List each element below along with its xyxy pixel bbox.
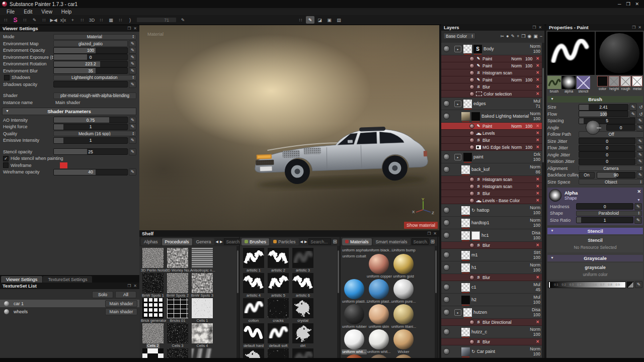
shelf-item[interactable]: cracks bbox=[266, 298, 290, 323]
close-button[interactable]: ✕ bbox=[635, 2, 639, 7]
layer-blend-mode[interactable]: Drk bbox=[533, 152, 540, 157]
squares-thumb[interactable] bbox=[142, 298, 164, 318]
dock-handle-icon[interactable]: ∷ bbox=[40, 16, 48, 24]
shelf-thumb[interactable] bbox=[243, 323, 264, 343]
layer-blend-mode[interactable]: Strt bbox=[533, 250, 540, 255]
effect-visibility-icon[interactable] bbox=[469, 177, 474, 182]
tab-alphas[interactable]: Alphas bbox=[141, 238, 161, 245]
material-sphere-thumb[interactable] bbox=[393, 279, 414, 299]
brush-stroke-preview[interactable] bbox=[547, 32, 595, 75]
effect-visibility-icon[interactable] bbox=[469, 77, 474, 82]
shelf-thumb[interactable] bbox=[192, 323, 213, 343]
remove-effect-icon[interactable]: ✕ bbox=[534, 320, 541, 324]
remove-effect-icon[interactable]: ✕ bbox=[534, 145, 541, 149]
edit-pencil-icon[interactable]: ✎ bbox=[129, 123, 136, 130]
layer-thumbnail[interactable] bbox=[471, 231, 480, 240]
brushes-scrollbar[interactable] bbox=[337, 246, 340, 358]
shelf-thumb[interactable] bbox=[243, 348, 264, 358]
shelf-item[interactable]: uniform whit... bbox=[342, 329, 366, 354]
shelf-item[interactable]: uniform whit... bbox=[367, 329, 391, 354]
edit-pencil-icon[interactable]: ✎ bbox=[634, 217, 642, 224]
layer-blend-mode[interactable]: Norm bbox=[530, 327, 540, 332]
height-channel-chip[interactable] bbox=[609, 76, 619, 86]
dock-handle-icon[interactable]: ∷ bbox=[97, 16, 106, 24]
shelf-item[interactable]: Clouds 1 bbox=[190, 348, 214, 358]
shelf-thumb[interactable] bbox=[268, 348, 289, 358]
smart-material-icon[interactable]: ❒ bbox=[521, 34, 525, 39]
effect-visibility-icon[interactable] bbox=[469, 184, 474, 189]
effect-visibility-icon[interactable] bbox=[469, 131, 474, 136]
effect-visibility-icon[interactable] bbox=[469, 145, 474, 150]
shelf-thumb[interactable] bbox=[243, 273, 264, 293]
collapse-icon[interactable]: ▼ bbox=[550, 97, 554, 101]
edit-pencil-icon[interactable]: ✎ bbox=[129, 137, 136, 144]
procedurals-scrollbar[interactable] bbox=[236, 246, 239, 358]
effect-visibility-icon[interactable] bbox=[469, 191, 474, 196]
value-slider[interactable]: 0 bbox=[579, 138, 635, 144]
shelf-thumb[interactable] bbox=[167, 248, 188, 268]
layer-thumbnail[interactable] bbox=[461, 283, 470, 292]
search-input[interactable]: Search... bbox=[308, 238, 331, 245]
shelf-item[interactable]: Anisotropic n... bbox=[190, 248, 214, 273]
shelf-item[interactable]: Wood planks bbox=[391, 354, 416, 358]
layer-row[interactable]: c1Mul45 bbox=[441, 281, 542, 294]
dock-handle-icon[interactable]: ∷ bbox=[296, 16, 305, 24]
value-slider[interactable]: 2.41 bbox=[579, 104, 628, 111]
layer-blend-mode[interactable]: Norm bbox=[530, 111, 540, 117]
shelf-item[interactable]: Checker 2 bbox=[166, 348, 190, 358]
menu-file[interactable]: File bbox=[2, 9, 19, 15]
effect-blend-mode[interactable]: Norm bbox=[511, 124, 522, 129]
shelf-item[interactable]: uniform skin bbox=[367, 304, 391, 329]
material-sphere-thumb[interactable] bbox=[344, 354, 365, 358]
select-mask-icon[interactable]: ✂ bbox=[500, 34, 504, 39]
environment-map-button[interactable]: glazed_patio bbox=[53, 40, 128, 47]
remove-effect-icon[interactable]: ✕ bbox=[534, 138, 541, 142]
effect-visibility-icon[interactable] bbox=[469, 275, 474, 280]
layer-thumbnail[interactable] bbox=[461, 328, 470, 336]
checker2-thumb[interactable] bbox=[142, 348, 164, 358]
tab-procedurals[interactable]: Procedurals bbox=[162, 238, 192, 245]
layer-opacity[interactable]: 100 bbox=[532, 312, 540, 318]
material-sphere-thumb[interactable] bbox=[393, 329, 414, 349]
shelf-thumb[interactable] bbox=[292, 323, 313, 343]
render-icon[interactable]: ▦ bbox=[107, 16, 115, 24]
value-slider[interactable]: 100 bbox=[53, 47, 128, 54]
value-slider[interactable]: 25 bbox=[53, 148, 128, 155]
layer-visibility-icon[interactable] bbox=[443, 101, 450, 107]
arrow-right-icon[interactable]: ▶ bbox=[304, 240, 307, 244]
effect-visibility-icon[interactable] bbox=[469, 243, 474, 248]
channel-select[interactable]: Base Color ▲▼ bbox=[443, 33, 475, 39]
shelf-item[interactable]: dust bbox=[291, 348, 315, 358]
shader-assignment-button[interactable]: Main shader bbox=[105, 308, 137, 315]
edit-pencil-icon[interactable]: ✎ bbox=[636, 171, 644, 178]
edit-pencil-icon[interactable]: ✎ bbox=[635, 281, 642, 288]
mode-dropdown[interactable]: Material▲▼ bbox=[53, 34, 136, 40]
material-sphere-thumb[interactable] bbox=[344, 304, 365, 324]
layer-blend-mode[interactable]: Norm bbox=[530, 205, 540, 211]
layer-thumbnail[interactable] bbox=[463, 308, 472, 317]
shelf-item[interactable]: 3D Perlin Noise bbox=[141, 248, 165, 273]
layer-visibility-icon[interactable] bbox=[443, 220, 450, 226]
layer-row[interactable]: hardtop1Norm100 bbox=[441, 217, 542, 229]
material-preview[interactable] bbox=[596, 32, 643, 75]
shelf-item[interactable]: default hard bbox=[242, 323, 266, 348]
remove-effect-icon[interactable]: ✕ bbox=[534, 339, 541, 344]
layer-blend-mode[interactable]: Mul bbox=[533, 99, 540, 104]
shelf-thumb[interactable] bbox=[268, 248, 289, 268]
playback-icon[interactable]: ▶◀ bbox=[49, 16, 58, 24]
layer-row[interactable]: ▸paintDrk100 bbox=[441, 151, 542, 163]
effect-opacity[interactable]: 100 bbox=[525, 124, 532, 129]
layers-scrollbar[interactable] bbox=[542, 43, 544, 358]
layer-row[interactable]: ▸SBodyNorm100 bbox=[441, 43, 542, 55]
edit-pencil-icon[interactable]: ✎ bbox=[636, 158, 644, 165]
edit-pencil-icon[interactable]: ✎ bbox=[129, 40, 136, 47]
layer-visibility-icon[interactable] bbox=[443, 309, 450, 316]
layer-blend-mode[interactable]: Norm bbox=[530, 218, 540, 223]
menu-help[interactable]: Help bbox=[57, 9, 76, 15]
add-layer-icon[interactable]: + bbox=[517, 34, 519, 39]
layer-thumbnail[interactable] bbox=[461, 219, 470, 227]
tab-genera[interactable]: Genera bbox=[193, 238, 214, 245]
shelf-item[interactable]: Wicker bbox=[391, 329, 416, 354]
layer-thumbnail[interactable] bbox=[461, 251, 470, 259]
shelf-thumb[interactable] bbox=[292, 298, 313, 318]
